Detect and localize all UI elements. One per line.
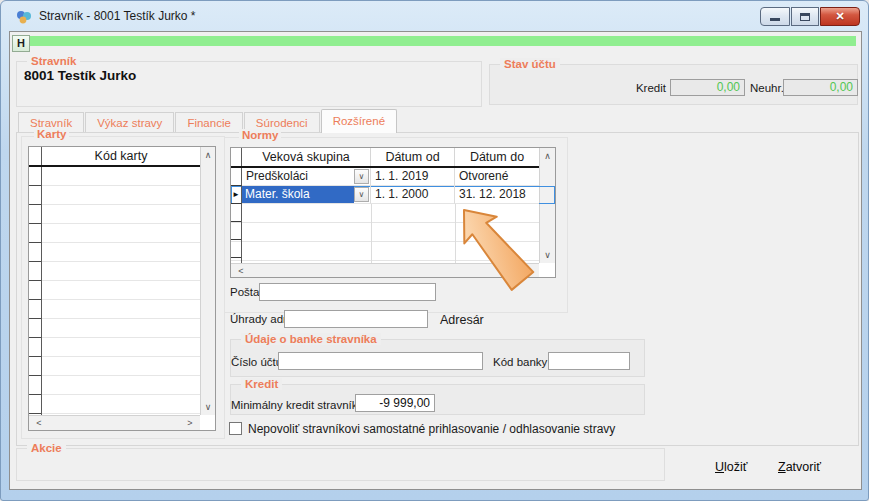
uhrady-adr-input[interactable] — [284, 310, 428, 328]
normy-row-selector-header — [231, 148, 242, 166]
scroll-left-icon[interactable]: < — [234, 265, 248, 275]
posta-input[interactable] — [259, 283, 436, 301]
scroll-up-icon[interactable]: ∧ — [540, 151, 555, 161]
normy-col-vekova-skupina[interactable]: Veková skupina — [242, 148, 371, 166]
window-controls: ✕ — [760, 7, 860, 26]
normy-row-1[interactable]: Predškoláci ∨ 1. 1. 2019 Otvorené — [231, 168, 555, 186]
normy-row-1-selector[interactable] — [231, 168, 242, 186]
close-window-button[interactable]: Zatvoriť — [778, 460, 821, 474]
no-self-service-label: Nepovoliť stravníkovi samostatné prihlas… — [248, 422, 615, 436]
client-area: H Stravník 8001 Testík Jurko Stav účtu K… — [9, 31, 862, 490]
normy-row-1-vekova-skupina[interactable]: Predškoláci ∨ — [242, 168, 371, 186]
normy-row-2-vekova-skupina[interactable]: Mater. škola ∨ — [242, 186, 371, 204]
diner-name: 8001 Testík Jurko — [24, 68, 136, 83]
normy-grid-line — [371, 204, 372, 263]
karty-table[interactable]: Kód karty ∧ ∨ < > — [28, 146, 216, 431]
normy-row-2-group-value[interactable]: Mater. škola — [242, 186, 354, 203]
tab-bar: Stravník Výkaz stravy Financie Súrodenci… — [18, 109, 398, 133]
uhrady-adr-label: Úhrady adr. — [230, 313, 289, 325]
cislo-uctu-input[interactable] — [278, 352, 483, 370]
minimize-icon — [770, 18, 780, 21]
normy-col-datum-od[interactable]: Dátum od — [371, 148, 455, 166]
screenshot-stage: Stravník - 8001 Testík Jurko * ✕ H Strav… — [0, 0, 869, 501]
kod-banky-label: Kód banky — [493, 356, 547, 368]
current-row-marker-icon: ► — [232, 190, 240, 199]
adresar-link[interactable]: Adresár — [440, 313, 484, 327]
tab-rozsirene[interactable]: Rozšírené — [321, 109, 397, 133]
karty-empty-rows[interactable] — [29, 167, 200, 415]
tab-financie[interactable]: Financie — [175, 112, 242, 133]
actions-group-label: Akcie — [27, 442, 66, 454]
maximize-button[interactable] — [791, 7, 819, 26]
kod-banky-input[interactable] — [548, 352, 630, 370]
normy-table-header: Veková skupina Dátum od Dátum do — [231, 148, 555, 168]
chevron-down-icon: ∨ — [359, 172, 365, 181]
kredit-label: Kredit — [630, 82, 666, 94]
karty-table-header: Kód karty — [29, 147, 215, 167]
normy-row-selector-column — [231, 204, 242, 263]
normy-row-1-datum-do[interactable]: Otvorené — [455, 168, 539, 186]
neuhr-value-field: 0,00 — [783, 79, 858, 96]
normy-row-1-group-value: Predškoláci — [246, 169, 308, 183]
karty-horizontal-scrollbar[interactable]: < > — [29, 415, 200, 430]
karty-group-label: Karty — [34, 128, 69, 140]
karty-row-selector-header — [29, 147, 42, 165]
titlebar[interactable]: Stravník - 8001 Testík Jurko * ✕ — [1, 1, 868, 31]
credit-group-label: Kredit — [241, 378, 282, 390]
scroll-right-icon[interactable]: > — [183, 418, 197, 428]
account-status-label: Stav účtu — [500, 58, 560, 70]
scroll-left-icon[interactable]: < — [32, 418, 46, 428]
neuhr-label: Neuhr. — [750, 82, 784, 94]
window-title: Stravník - 8001 Testík Jurko * — [39, 9, 196, 23]
normy-row-1-datum-od[interactable]: 1. 1. 2019 — [371, 168, 455, 186]
scroll-up-icon[interactable]: ∧ — [201, 150, 215, 160]
karty-column-header[interactable]: Kód karty — [42, 147, 200, 165]
scroll-down-icon[interactable]: ∨ — [201, 402, 215, 412]
maximize-icon — [800, 13, 810, 21]
no-self-service-checkbox[interactable] — [229, 422, 242, 435]
normy-row-2-selector[interactable]: ► — [231, 186, 242, 204]
posta-label: Pošta — [230, 286, 259, 298]
save-button[interactable]: Uložiť — [715, 460, 747, 474]
normy-col-datum-do[interactable]: Dátum do — [455, 148, 539, 166]
toolbar-green-strip — [30, 36, 856, 46]
kredit-value-field: 0,00 — [670, 79, 745, 96]
h-button[interactable]: H — [12, 35, 30, 52]
minimize-button[interactable] — [760, 7, 790, 26]
annotation-arrow — [437, 200, 547, 305]
app-icon — [16, 9, 32, 25]
stravnik-group-label: Stravník — [27, 55, 80, 67]
bank-group-label: Údaje o banke stravníka — [241, 333, 381, 345]
min-kredit-input[interactable] — [355, 394, 435, 412]
dropdown-button[interactable]: ∨ — [354, 187, 369, 202]
cislo-uctu-label: Číslo účtu — [231, 356, 282, 368]
karty-row-selector-column — [29, 167, 42, 415]
min-kredit-label: Minimálny kredit stravníka — [231, 399, 364, 411]
actions-group: Akcie — [16, 448, 665, 481]
chevron-down-icon: ∨ — [359, 190, 365, 199]
tab-vykaz-stravy[interactable]: Výkaz stravy — [85, 112, 174, 133]
app-window: Stravník - 8001 Testík Jurko * ✕ H Strav… — [0, 0, 869, 501]
close-icon: ✕ — [835, 10, 844, 23]
dropdown-button[interactable]: ∨ — [354, 169, 369, 184]
karty-vertical-scrollbar[interactable]: ∧ ∨ — [200, 147, 215, 415]
normy-group-label: Normy — [239, 129, 281, 141]
close-button[interactable]: ✕ — [820, 7, 860, 26]
